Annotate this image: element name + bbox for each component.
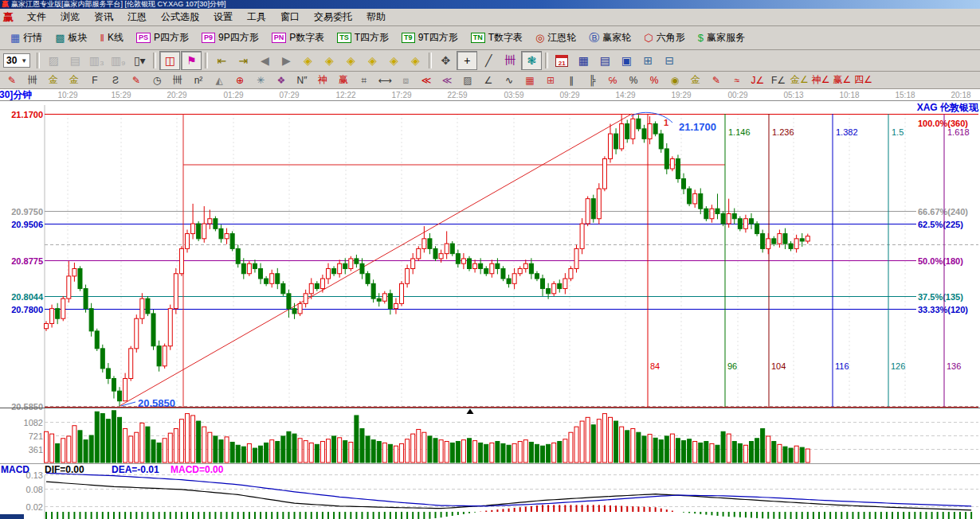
menu-item-5[interactable]: 设置 (206, 9, 240, 25)
winner-wheel-button[interactable]: Ⓑ赢家轮 (583, 28, 637, 48)
gold-ruler-2-icon[interactable]: 金 (64, 72, 84, 88)
candle-style-button[interactable]: ▯▾ (129, 51, 150, 70)
kline-button[interactable]: ‖K线 (95, 28, 129, 48)
double-quote-icon[interactable]: N″ (292, 72, 312, 88)
percent-level-icon[interactable]: % (644, 72, 664, 88)
grid-star-icon[interactable]: ❖ (271, 72, 292, 88)
t-percent-icon[interactable]: ℅ (602, 72, 623, 88)
grid-red-icon[interactable]: ▦ (519, 72, 540, 88)
percent-icon[interactable]: % (623, 72, 644, 88)
ying-ruler-icon[interactable]: 赢 (333, 72, 354, 88)
j-angle-icon[interactable]: J∠ (747, 72, 768, 88)
crosshair-button[interactable]: + (457, 51, 477, 70)
gann-grid-tool-button[interactable]: 卌 (500, 51, 520, 70)
gold-average-icon[interactable]: 金 (685, 72, 706, 88)
gold-angle-icon[interactable]: 金∠ (789, 72, 810, 88)
network-pc-button[interactable]: ⊞ (637, 51, 658, 70)
gann-hspan-button[interactable]: ◈ (340, 51, 361, 70)
main-price-pane[interactable]: 21.1700100.0%(360)20.975066.67%(240)20.9… (11, 105, 978, 519)
box-frame-icon[interactable]: ⧈ (395, 72, 416, 88)
cycle-clock-icon[interactable]: ◷ (147, 72, 167, 88)
scale-axis-icon[interactable]: ╠ (582, 72, 602, 88)
wave-icon[interactable]: ≈ (727, 72, 747, 88)
gann-wheel-button[interactable]: ◎江恩轮 (530, 28, 582, 48)
stock-chart-button[interactable]: ◫ (159, 51, 180, 70)
spiral-icon[interactable]: Ƨ (105, 72, 126, 88)
span-arrow-icon[interactable]: ⟷ (374, 72, 395, 88)
chart-svg[interactable]: 10:2915:2920:2901:2907:2912:2217:2922:59… (0, 89, 980, 519)
p-number-button[interactable]: PNP数字表 (266, 28, 331, 48)
flag-pencil-icon[interactable]: ✎ (706, 72, 727, 88)
notes-button[interactable]: ▤ (594, 51, 615, 70)
n-squared-icon[interactable]: n² (188, 72, 209, 88)
gold-circle-icon[interactable]: ◉ (664, 72, 685, 88)
fan-purple-icon[interactable]: ≪ (437, 72, 457, 88)
menu-item-9[interactable]: 帮助 (359, 9, 393, 25)
bars-3-button[interactable]: ▥₃ (86, 51, 107, 70)
circle-target-icon[interactable]: ⊕ (229, 72, 250, 88)
gold-ruler-1-icon[interactable]: 金 (43, 72, 64, 88)
t-square-button[interactable]: TST四方形 (331, 28, 394, 48)
menu-item-3[interactable]: 江恩 (120, 9, 154, 25)
menu-item-2[interactable]: 资讯 (87, 9, 120, 25)
starburst-icon[interactable]: ✳ (250, 72, 271, 88)
pencil-ruler-icon[interactable]: ✎ (126, 72, 147, 88)
indicator-flag-button[interactable]: ⚑ (181, 51, 202, 70)
report-button[interactable]: ▤ (65, 51, 85, 70)
fan-red-icon[interactable]: ≪ (416, 72, 437, 88)
gann-star-button[interactable]: ◈ (383, 51, 404, 70)
ying-angle-icon[interactable]: 赢∠ (832, 72, 853, 88)
shen-angle-icon[interactable]: 神∠ (810, 72, 832, 88)
calendar-button[interactable]: 21 (551, 51, 572, 70)
hexagon-button[interactable]: ⬡六角形 (638, 28, 690, 48)
zigzag-icon[interactable]: ∿ (499, 72, 519, 88)
last-page-button[interactable]: ⇥ (233, 51, 253, 70)
volume-pane[interactable]: 1082721361 (24, 411, 978, 462)
first-page-button[interactable]: ⇤ (211, 51, 232, 70)
menu-item-1[interactable]: 浏览 (53, 9, 87, 25)
chart-area[interactable]: 10:2915:2920:2901:2907:2912:2217:2922:59… (0, 89, 980, 519)
sectors-button[interactable]: ▩板块 (49, 28, 92, 48)
quotes-button[interactable]: ▦行情 (5, 28, 48, 48)
grid-arrow-icon[interactable]: ⊞ (540, 72, 561, 88)
trendline-tool-button[interactable]: ╱ (478, 51, 499, 70)
gann-left-button[interactable]: ◈ (297, 51, 318, 70)
calculator-button[interactable]: ▦ (573, 51, 594, 70)
menu-item-4[interactable]: 公式选股 (154, 9, 206, 25)
winner-service-button[interactable]: $赢家服务 (692, 28, 751, 48)
menu-item-8[interactable]: 交易委托 (307, 9, 359, 25)
ruler-123-icon[interactable]: ⌗ (354, 72, 374, 88)
f-angle-icon[interactable]: F∠ (768, 72, 789, 88)
tick-ruler-2-icon[interactable]: 卌 (167, 72, 188, 88)
gann-cross-button[interactable]: ◈ (362, 51, 382, 70)
t-number-button[interactable]: TNT数字表 (465, 28, 528, 48)
si-angle-icon[interactable]: 四∠ (853, 72, 874, 88)
bars-9-button[interactable]: ▥₉ (108, 51, 128, 70)
p9-square-button[interactable]: P99P四方形 (196, 28, 265, 48)
period-select[interactable]: 30▼ (3, 53, 30, 68)
mirror-angle-icon[interactable]: ◭ (209, 72, 229, 88)
update-pc-button[interactable]: ⊟ (659, 51, 680, 70)
next-page-button[interactable]: ▶ (276, 51, 296, 70)
parallel-lines-icon[interactable]: ∥ (561, 72, 582, 88)
macd-pane[interactable]: 0.130.080.02 (26, 470, 978, 519)
pencil-icon[interactable]: ✎ (2, 72, 22, 88)
menu-item-0[interactable]: 文件 (20, 9, 53, 25)
angle-fan-icon[interactable]: ∠ (478, 72, 499, 88)
t9-square-button[interactable]: T99T四方形 (396, 28, 464, 48)
gann-right-button[interactable]: ◈ (319, 51, 339, 70)
brain-analysis-button[interactable]: ❃ (521, 51, 542, 70)
pan-hand-button[interactable]: ✥ (435, 51, 456, 70)
save-button[interactable]: ▣ (616, 51, 637, 70)
prev-page-button[interactable]: ◀ (254, 51, 275, 70)
f-ruler-icon[interactable]: F (84, 72, 105, 88)
pattern-button[interactable]: ▨ (43, 51, 64, 70)
p-square-button[interactable]: PSP四方形 (131, 28, 194, 48)
gann-move-button[interactable]: ◈ (405, 51, 425, 70)
time-axis[interactable]: 10:2915:2920:2901:2907:2912:2217:2922:59… (0, 89, 980, 113)
grid-shade-icon[interactable]: ▨ (457, 72, 478, 88)
tick-ruler-icon[interactable]: 卌 (22, 72, 43, 88)
menu-item-7[interactable]: 窗口 (273, 9, 307, 25)
menu-item-6[interactable]: 工具 (240, 9, 273, 25)
shen-ruler-icon[interactable]: 神 (312, 72, 333, 88)
